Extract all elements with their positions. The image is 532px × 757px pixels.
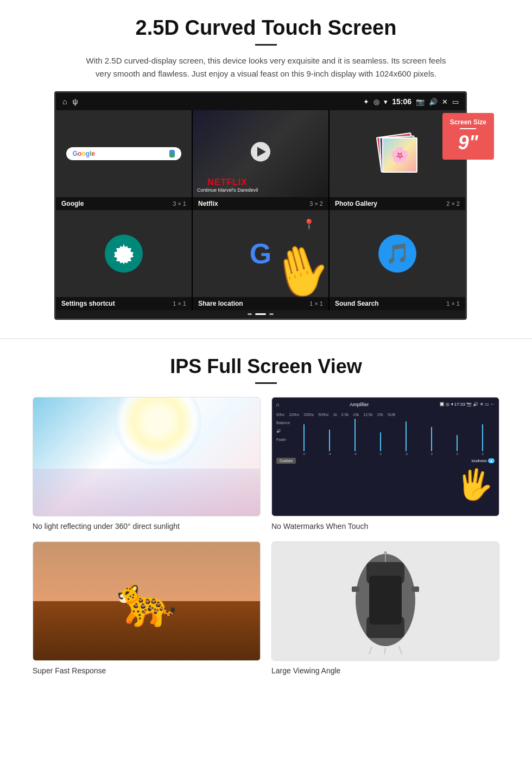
eq-slider-8 (482, 424, 483, 451)
netflix-overlay: NETFLIX Continue Marvel's Daredevil (197, 178, 258, 193)
gear-icon (113, 243, 135, 264)
eq-slider-4 (380, 432, 381, 451)
nav-dot-1 (248, 313, 252, 315)
cheetah-visual: 🐆 (33, 542, 260, 660)
car-label: Large Viewing Angle (271, 666, 499, 675)
page-divider (0, 338, 532, 339)
svg-line-11 (399, 646, 402, 654)
svg-point-8 (384, 551, 387, 554)
netflix-app-name: Netflix (198, 200, 218, 207)
section-ips-screen: IPS Full Screen View No light reflecting… (0, 355, 532, 697)
eq-bar-2: -4 (318, 430, 341, 456)
google-app-cell[interactable]: Google (56, 110, 192, 197)
eq-bar-4: 0 (369, 432, 392, 456)
app-grid-row2: G 📍 🤚 🎵 (56, 210, 465, 297)
cheetah-emoji: 🐆 (116, 573, 177, 630)
eq-bar-1: 0 (292, 424, 316, 456)
feature-amplifier: ⌂ Amplifier 🔲 ◎ ▾ 17:33 📷 🔊 ✕ ▭ ← 60hz10… (271, 397, 499, 531)
amp-home-icon: ⌂ (276, 402, 279, 407)
settings-icon-wrap (105, 235, 143, 273)
cheetah-image: 🐆 (33, 541, 261, 661)
eq-slider-6 (431, 427, 432, 451)
eq-bar-8: 0 (471, 424, 495, 456)
screen-size-badge: Screen Size 9" (442, 113, 494, 160)
eq-slider-7 (457, 435, 458, 451)
sound-search-app-name: Sound Search (335, 300, 379, 307)
car-body (342, 546, 429, 657)
amp-title: Amplifier (350, 402, 369, 407)
amp-header: ⌂ Amplifier 🔲 ◎ ▾ 17:33 📷 🔊 ✕ ▭ ← (276, 402, 495, 407)
section1-title: 2.5D Curved Touch Screen (33, 16, 499, 40)
amplifier-visual: ⌂ Amplifier 🔲 ◎ ▾ 17:33 📷 🔊 ✕ ▭ ← 60hz10… (272, 398, 499, 516)
maps-pin-icon: 📍 (303, 218, 315, 230)
sound-icon-wrap: 🎵 (378, 235, 416, 273)
sound-search-app-size: 1 × 1 (446, 300, 460, 307)
home-icon: ⌂ (62, 97, 67, 106)
status-left: ⌂ ψ (62, 97, 78, 106)
google-app-name: Google (61, 200, 84, 207)
eq-bar-3: -4 (343, 419, 367, 456)
netflix-subtitle: Continue Marvel's Daredevil (197, 187, 258, 193)
svg-line-10 (384, 648, 385, 654)
location-icon: ◎ (373, 98, 379, 106)
amplifier-label: No Watermarks When Touch (271, 522, 499, 531)
usb-icon: ψ (72, 97, 78, 106)
svg-line-9 (369, 646, 372, 654)
play-triangle-icon (257, 147, 266, 156)
music-note-icon: 🎵 (385, 242, 410, 265)
share-location-cell[interactable]: G 📍 🤚 (193, 210, 328, 297)
feature-cheetah: 🐆 Super Fast Response (33, 541, 261, 675)
camera-icon: 📷 (416, 98, 425, 106)
settings-label: Settings shortcut 1 × 1 (56, 297, 192, 310)
eq-bar-7: 0 (445, 435, 469, 456)
status-right: ✦ ◎ ▾ 15:06 📷 🔊 ✕ ▭ (363, 97, 459, 106)
volume-icon: 🔊 (429, 98, 438, 106)
settings-app-name: Settings shortcut (61, 300, 115, 307)
app-grid-row1: Google NETFLIX Continue Marvel's Daredev… (56, 110, 465, 197)
nav-dots (56, 310, 465, 318)
car-visual (272, 542, 499, 660)
netflix-label: Netflix 3 × 2 (193, 197, 328, 210)
sunlight-ground (33, 469, 260, 516)
netflix-play-button[interactable] (251, 142, 270, 161)
netflix-logo: NETFLIX (197, 178, 258, 187)
amp-footer: Custom loudness ● (276, 458, 495, 464)
google-label: Google 3 × 1 (56, 197, 192, 210)
close-icon: ✕ (442, 98, 448, 106)
eq-slider-5 (406, 421, 407, 451)
sound-search-cell[interactable]: 🎵 (330, 210, 465, 297)
google-search-bar[interactable]: Google (66, 147, 182, 160)
flower-icon: 🌸 (390, 146, 409, 164)
eq-slider-1 (303, 424, 305, 451)
netflix-app-size: 3 × 2 (309, 200, 323, 207)
netflix-app-cell[interactable]: NETFLIX Continue Marvel's Daredevil (193, 110, 328, 197)
eq-slider-2 (329, 430, 330, 451)
status-time: 15:06 (392, 97, 411, 106)
photo-gallery-app-size: 2 × 2 (446, 200, 460, 207)
bluetooth-icon: ✦ (363, 98, 369, 106)
google-logo: Google (73, 150, 95, 157)
amplifier-image: ⌂ Amplifier 🔲 ◎ ▾ 17:33 📷 🔊 ✕ ▭ ← 60hz10… (271, 397, 499, 516)
car-topdown-svg (342, 546, 429, 654)
google-mic-icon (169, 150, 175, 157)
share-location-app-name: Share location (198, 300, 243, 307)
label-row2: Settings shortcut 1 × 1 Share location 1… (56, 297, 465, 310)
label-row1: Google 3 × 1 Netflix 3 × 2 Photo Gallery… (56, 197, 465, 210)
minimize-icon: ▭ (452, 98, 459, 106)
photo-gallery-label: Photo Gallery 2 × 2 (330, 197, 465, 210)
badge-size: 9" (450, 131, 486, 154)
svg-rect-4 (369, 576, 402, 624)
feature-car: Large Viewing Angle (271, 541, 499, 675)
feature-grid: No light reflecting under 360° direct su… (33, 397, 499, 675)
badge-divider (460, 128, 476, 129)
eq-slider-3 (354, 419, 356, 451)
title-divider (255, 44, 277, 46)
amp-custom-btn: Custom (276, 458, 296, 464)
sunlight-label: No light reflecting under 360° direct su… (33, 522, 261, 531)
sunlight-image (33, 397, 261, 516)
badge-label: Screen Size (450, 118, 486, 126)
settings-app-size: 1 × 1 (173, 300, 186, 307)
settings-app-cell[interactable] (56, 210, 192, 297)
amp-labels: Balance 🔊 Fader (276, 419, 290, 456)
amp-loudness: loudness ● (472, 459, 495, 463)
